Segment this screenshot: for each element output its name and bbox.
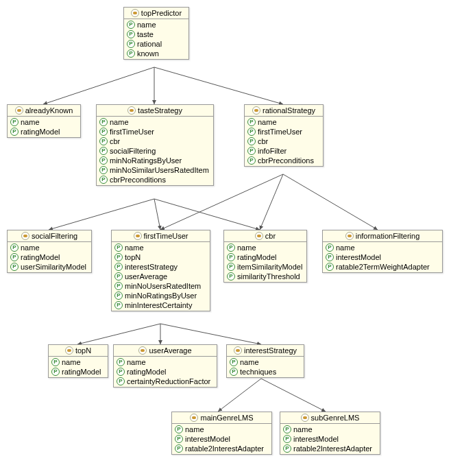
property-icon: P bbox=[326, 253, 334, 261]
prop-row: PratingModel bbox=[224, 252, 306, 262]
node-title: cbr bbox=[224, 230, 306, 242]
property-icon: P bbox=[114, 243, 123, 252]
prop-label: rational bbox=[137, 40, 162, 48]
title-text: informationFiltering bbox=[356, 232, 420, 240]
title-text: subGenreLMS bbox=[311, 414, 360, 422]
property-icon: P bbox=[127, 21, 135, 29]
prop-label: firstTimeUser bbox=[110, 128, 154, 136]
prop-row: Pname bbox=[114, 357, 217, 367]
property-icon: P bbox=[283, 435, 291, 443]
prop-row: PfirstTimeUser bbox=[97, 127, 213, 136]
property-icon: P bbox=[117, 358, 125, 366]
prop-label: known bbox=[137, 49, 159, 58]
object-icon bbox=[138, 346, 147, 355]
prop-label: cbr bbox=[258, 137, 268, 145]
property-icon: P bbox=[99, 118, 108, 126]
object-icon bbox=[190, 414, 198, 422]
property-icon: P bbox=[99, 137, 108, 145]
property-icon: P bbox=[114, 301, 123, 309]
title-text: interestStrategy bbox=[244, 346, 297, 355]
object-icon bbox=[252, 106, 260, 115]
property-icon: P bbox=[99, 166, 108, 174]
property-icon: P bbox=[10, 263, 19, 271]
node-body: Pname PratingModel PcertaintyReductionFa… bbox=[114, 357, 217, 387]
property-icon: P bbox=[247, 128, 256, 136]
prop-row: Prational bbox=[124, 39, 188, 49]
property-icon: P bbox=[175, 444, 183, 453]
property-icon: P bbox=[99, 176, 108, 184]
node-interestStrategy: interestStrategy Pname Ptechniques bbox=[226, 344, 304, 378]
prop-label: name bbox=[127, 358, 146, 366]
prop-label: name bbox=[110, 118, 129, 126]
property-icon: P bbox=[10, 253, 19, 261]
title-text: tasteStrategy bbox=[138, 106, 182, 115]
prop-label: ratingModel bbox=[21, 253, 60, 261]
property-icon: P bbox=[230, 358, 238, 366]
prop-row: PinterestStrategy bbox=[112, 262, 210, 272]
object-icon bbox=[345, 232, 354, 240]
node-topPredictor: topPredictor Pname Ptaste Prational Pkno… bbox=[123, 7, 189, 60]
prop-label: name bbox=[137, 21, 156, 29]
node-topN: topN Pname PratingModel bbox=[48, 344, 108, 378]
property-icon: P bbox=[114, 263, 123, 271]
node-body: Pname Ptechniques bbox=[227, 357, 304, 377]
prop-label: userAverage bbox=[125, 272, 167, 281]
prop-label: ratable2TermWeightAdapter bbox=[336, 263, 430, 271]
prop-label: minNoUsersRatedItem bbox=[125, 282, 201, 290]
node-mainGenreLMS: mainGenreLMS Pname PinterestModel Pratab… bbox=[171, 412, 272, 455]
property-icon: P bbox=[227, 243, 235, 252]
prop-label: minNoRatingsByUser bbox=[125, 291, 197, 300]
prop-label: cbrPreconditions bbox=[258, 156, 314, 165]
prop-label: minNoRatingsByUser bbox=[110, 156, 182, 165]
prop-label: name bbox=[258, 118, 277, 126]
prop-label: interestModel bbox=[293, 435, 339, 443]
prop-row: Pname bbox=[124, 20, 188, 29]
object-icon bbox=[255, 232, 263, 240]
prop-row: PuserAverage bbox=[112, 272, 210, 281]
property-icon: P bbox=[227, 272, 235, 281]
property-icon: P bbox=[10, 118, 19, 126]
property-icon: P bbox=[247, 156, 256, 165]
node-body: Pname Ptaste Prational Pknown bbox=[124, 19, 188, 59]
prop-row: PminInterestCertainty bbox=[112, 300, 210, 310]
prop-label: ratable2InterestAdapter bbox=[293, 444, 372, 453]
node-body: Pname PratingModel bbox=[49, 357, 108, 377]
object-icon bbox=[234, 346, 242, 355]
property-icon: P bbox=[175, 425, 183, 433]
title-text: cbr bbox=[265, 232, 276, 240]
node-tasteStrategy: tasteStrategy Pname PfirstTimeUser Pcbr … bbox=[96, 104, 214, 186]
prop-label: minInterestCertainty bbox=[125, 301, 192, 309]
svg-line-11 bbox=[160, 324, 261, 344]
prop-label: name bbox=[185, 425, 204, 433]
prop-label: taste bbox=[137, 30, 154, 38]
property-icon: P bbox=[114, 291, 123, 300]
property-icon: P bbox=[175, 435, 183, 443]
prop-row: Pname bbox=[8, 117, 80, 127]
title-text: alreadyKnown bbox=[25, 106, 73, 115]
prop-label: interestModel bbox=[185, 435, 230, 443]
prop-row: PratingModel bbox=[49, 367, 108, 377]
node-title: alreadyKnown bbox=[8, 105, 80, 117]
object-icon bbox=[131, 9, 139, 17]
property-icon: P bbox=[99, 147, 108, 155]
node-informationFiltering: informationFiltering Pname PinterestMode… bbox=[322, 230, 443, 273]
prop-row: PratingModel bbox=[8, 252, 91, 262]
prop-row: PinterestModel bbox=[172, 434, 271, 444]
prop-label: techniques bbox=[240, 368, 276, 376]
node-title: subGenreLMS bbox=[280, 412, 380, 424]
prop-row: PratingModel bbox=[8, 127, 80, 136]
svg-line-8 bbox=[283, 174, 378, 230]
prop-row: Pratable2InterestAdapter bbox=[172, 444, 271, 453]
node-body: Pname PtopN PinterestStrategy PuserAvera… bbox=[112, 242, 210, 311]
node-body: Pname PratingModel PitemSimilarityModel … bbox=[224, 242, 306, 282]
node-body: Pname PfirstTimeUser Pcbr PsocialFilteri… bbox=[97, 117, 213, 185]
node-socialFiltering: socialFiltering Pname PratingModel Puser… bbox=[7, 230, 92, 273]
prop-label: name bbox=[125, 243, 144, 252]
prop-row: Pcbr bbox=[245, 136, 323, 146]
property-icon: P bbox=[227, 263, 235, 271]
prop-label: name bbox=[293, 425, 313, 433]
property-icon: P bbox=[127, 30, 135, 38]
prop-row: Ptechniques bbox=[227, 367, 304, 377]
property-icon: P bbox=[227, 253, 235, 261]
prop-label: itemSimilarityModel bbox=[237, 263, 302, 271]
